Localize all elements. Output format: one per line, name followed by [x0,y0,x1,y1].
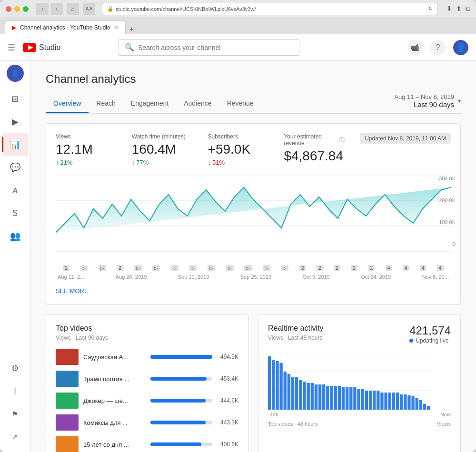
tabs-icon[interactable]: ⧉ [466,5,470,13]
marker-btn[interactable]: 2 [351,265,357,271]
sidebar-item-report[interactable]: ⚑ [2,403,29,425]
svg-rect-42 [392,393,395,410]
views-chart [56,176,451,252]
video-row-2[interactable]: Трамп против ... 453.4K [56,371,238,387]
help-button[interactable]: ? [430,40,446,55]
stat-subscribers: Subscribers +59.0K ↓ 51% [208,133,269,166]
sidebar-item-content[interactable]: ▶ [2,110,29,133]
analytics-tabs-row: Overview Reach Engagement Audience Reven… [46,93,461,114]
sidebar: 👤 ⊞ ▶ 📊 💬 A $ [0,61,30,452]
active-tab[interactable]: ▶ Channel analytics - YouTube Studio ✕ [5,20,126,34]
svg-rect-49 [419,400,422,410]
forward-button[interactable]: › [50,3,63,15]
marker-btn[interactable]: ▷ [134,265,142,271]
marker-btn[interactable]: ▷ [263,265,270,271]
svg-rect-28 [338,386,341,410]
sidebar-item-feedback[interactable]: ❕ [2,380,29,403]
date-range-dropdown-icon[interactable]: ▾ [458,98,461,104]
top-videos-card: Top videos Views · Last 90 days Саудовск… [46,314,248,452]
date-range[interactable]: Aug 11 – Nov 8, 2019 Last 90 days ▾ [394,93,461,113]
marker-btn[interactable]: 2 [117,265,124,271]
marker-btn[interactable]: 2 [334,265,340,271]
sidebar-item-settings[interactable]: ⚙ [2,357,29,380]
marker-btn[interactable]: 4 [437,265,444,271]
tab-close-icon[interactable]: ✕ [114,24,119,30]
minimize-button[interactable] [14,6,20,12]
chart-date-2: Aug 26, 2019 [116,274,147,280]
svg-rect-31 [349,387,352,410]
download-icon[interactable]: ⬇ [446,5,452,13]
tab-overview[interactable]: Overview [46,95,89,113]
logo-area: Studio [23,43,60,52]
sidebar-item-analytics[interactable]: 📊 [2,133,29,156]
sidebar-avatar[interactable]: 👤 [7,65,24,82]
marker-btn[interactable]: ▷ [208,265,215,271]
marker-btn[interactable]: ▷ [244,265,252,271]
hamburger-menu[interactable]: ☰ [8,42,15,53]
marker-btn[interactable]: 2 [299,265,306,271]
search-input[interactable] [138,44,293,51]
browser-titlebar: ‹ › ⌂ A A 🔒 studio.youtube.com/channel/U… [0,0,476,18]
search-bar[interactable]: 🔍 [119,39,299,56]
revenue-info-icon[interactable]: ⓘ [339,136,345,144]
share-icon[interactable]: ⬆ [456,5,462,13]
new-tab-button[interactable]: + [129,25,134,34]
stat-subscribers-change-value: 51% [212,159,225,166]
sidebar-item-comments[interactable]: 💬 [2,156,29,179]
marker-btn[interactable]: 4 [386,265,392,271]
home-button[interactable]: ⌂ [67,3,79,15]
refresh-icon[interactable]: ↻ [428,6,433,12]
marker-btn[interactable]: 2 [63,265,69,271]
sidebar-bottom: ⚙ ❕ ⚑ ↗ [2,357,29,448]
marker-btn[interactable]: ▷ [99,265,106,271]
analytics-icon: 📊 [10,139,20,150]
svg-rect-13 [279,363,282,410]
svg-rect-10 [268,356,271,410]
traffic-lights [6,6,29,12]
avatar[interactable]: 👤 [453,40,468,55]
video-row-4[interactable]: Комиксы для ... 443.3K [56,414,238,431]
marker-btn[interactable]: ▷ [226,265,234,271]
marker-btn[interactable]: ▷ [189,265,197,271]
video-views-1: 494.5K [217,354,238,360]
marker-btn[interactable]: ▷ [281,265,288,271]
marker-btn[interactable]: ▷ [80,265,88,271]
sidebar-item-studio[interactable]: ↗ [2,425,29,448]
app-header: ☰ Studio 🔍 📹 ? 👤 [0,34,476,61]
svg-rect-44 [400,394,403,410]
marker-btn[interactable]: ▷ [152,265,160,271]
studio-icon: ↗ [12,433,18,441]
marker-btn[interactable]: 2 [368,265,375,271]
svg-rect-34 [361,389,364,410]
sidebar-item-dashboard[interactable]: ⊞ [2,88,29,110]
tab-audience[interactable]: Audience [176,95,219,113]
realtime-subtitle: Views · Last 48 hours [268,334,323,341]
sidebar-item-audience[interactable]: 👥 [2,225,29,247]
tab-engagement[interactable]: Engagement [123,95,176,113]
back-button[interactable]: ‹ [36,3,49,15]
see-more-button[interactable]: SEE MORE [56,287,451,295]
tab-revenue[interactable]: Revenue [219,95,261,113]
video-row-5[interactable]: 15 лет со дня ... 408.6K [56,436,238,452]
marker-btn[interactable]: 4 [403,265,409,271]
sidebar-item-monetization[interactable]: $ [2,202,29,225]
chart-markers-row: 2 ▷ ▷ 2 ▷ ▷ ▷ ▷ ▷ ▷ ▷ ▷ ▷ 2 2 [56,265,451,271]
lock-icon: 🔒 [107,6,114,12]
video-row-3[interactable]: Джокер — ше... 444.6K [56,393,238,409]
maximize-button[interactable] [23,6,29,12]
video-thumb-3 [56,393,79,409]
address-bar[interactable]: 🔒 studio.youtube.com/channel/UCSKiNBoIWL… [102,3,438,15]
realtime-title-group: Realtime activity Views · Last 48 hours [268,324,323,349]
marker-btn[interactable]: 4 [420,265,426,271]
browser-nav: ‹ › [36,3,63,15]
sidebar-item-subtitles[interactable]: A [2,179,29,202]
marker-btn[interactable]: 2 [317,265,323,271]
reader-button[interactable]: A A [83,3,95,15]
page-title: Channel analytics [46,72,461,86]
upload-button[interactable]: 📹 [407,40,423,55]
tab-reach[interactable]: Reach [89,95,123,113]
stat-revenue-label: Your estimated revenue ⓘ [284,133,345,147]
close-button[interactable] [6,6,11,12]
marker-btn[interactable]: ▷ [171,265,178,271]
video-row-1[interactable]: Саудовская А... 494.5K [56,349,238,365]
